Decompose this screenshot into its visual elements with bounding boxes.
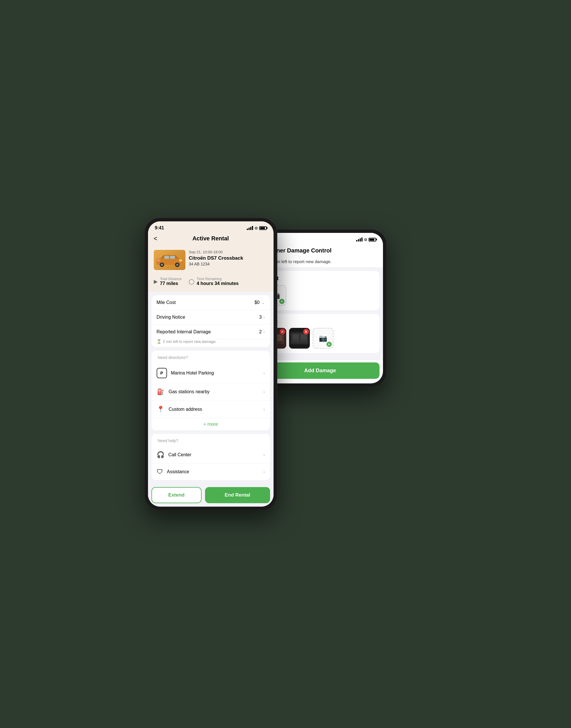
time-value: 4 hours 34 minutes (197, 281, 239, 286)
remove-photo-1-button[interactable]: × (279, 329, 286, 335)
right-signal-icon (356, 237, 362, 242)
time-label: Time Remaining (197, 277, 239, 281)
damage-page-title: Inner Damage Control (271, 247, 331, 254)
svg-rect-19 (293, 334, 299, 339)
gas-arrow-icon: › (263, 389, 265, 394)
page-title: Active Rental (192, 235, 229, 242)
parking-label: Marina Hotel Parking (171, 370, 259, 376)
headset-icon: 🎧 (157, 451, 164, 459)
chevron-right-icon: › (263, 315, 265, 320)
car-date: Sep 21, 10:00-18:00 (189, 250, 268, 254)
gas-direction[interactable]: ⛽ Gas stations nearby › (151, 383, 270, 401)
help-card: Need help? 🎧 Call Center › 🛡 Assistance … (151, 434, 270, 480)
assistance-arrow-icon: › (263, 470, 265, 474)
pin-icon: 📍 (157, 405, 165, 413)
battery-icon (259, 226, 267, 230)
extend-button[interactable]: Extend (151, 487, 202, 503)
directions-label: Need directions? (157, 354, 265, 362)
directions-card: Need directions? P Marina Hotel Parking … (151, 351, 270, 431)
chevron-down-icon: ⌄ (261, 300, 265, 305)
car-name: Citroën DS7 Crossback (189, 255, 268, 261)
wifi-icon: ⊙ (254, 226, 258, 230)
remove-photo-2-button[interactable]: × (303, 329, 309, 335)
clock-icon: ◯ (189, 278, 194, 285)
svg-rect-7 (179, 259, 182, 261)
distance-icon: ▶ (154, 278, 158, 285)
distance-label: Total Distance (160, 277, 182, 281)
custom-direction[interactable]: 📍 Custom address › (151, 401, 270, 418)
svg-point-4 (161, 264, 163, 266)
hourglass-icon: ⌛ (157, 339, 161, 344)
svg-rect-1 (164, 256, 169, 259)
distance-value: 77 miles (160, 281, 182, 286)
signal-icon (247, 226, 253, 230)
distance-stat: ▶ Total Distance 77 miles (154, 277, 182, 286)
back-add-photo[interactable]: 📷 + (313, 328, 333, 349)
back-photo-row: × × (265, 328, 375, 349)
more-link[interactable]: + more (151, 418, 270, 431)
right-wifi-icon: ⊙ (364, 237, 367, 242)
front-section: Front 📷 + (261, 271, 379, 310)
content-area: Mile Cost $0 ⌄ Driving Notice 3 › Report… (148, 292, 273, 484)
back-camera-icon: 📷 (319, 334, 327, 342)
damage-notice: ⌛ 2 min left to report new damage. (151, 339, 270, 347)
call-arrow-icon: › (263, 453, 265, 457)
back-button[interactable]: < (154, 235, 157, 242)
driving-notice-row[interactable]: Driving Notice 3 › (151, 310, 270, 325)
timer-notice-text: 2 min left to report new damage. (270, 259, 332, 264)
left-screen: 9:41 ⊙ < Active Rental (148, 221, 273, 507)
help-label: Need help? (157, 437, 265, 445)
end-rental-button[interactable]: End Rental (205, 487, 270, 503)
svg-rect-8 (157, 259, 159, 261)
reported-damage-label: Reported Internal Damage (157, 329, 211, 335)
car-plate: 34 AB 1234 (189, 262, 268, 266)
left-status-time: 9:41 (155, 225, 164, 231)
svg-rect-20 (301, 334, 307, 339)
car-svg (155, 253, 184, 267)
car-info: Sep 21, 10:00-18:00 Citroën DS7 Crossbac… (189, 250, 268, 266)
back-photo-2: × (289, 328, 310, 349)
back-add-plus-icon: + (327, 342, 332, 347)
call-center-row[interactable]: 🎧 Call Center › (151, 447, 270, 464)
left-phone: 9:41 ⊙ < Active Rental (144, 218, 277, 510)
parking-direction[interactable]: P Marina Hotel Parking › (151, 363, 270, 383)
call-center-label: Call Center (168, 452, 259, 457)
back-section: Back × (261, 314, 379, 353)
add-damage-button[interactable]: Add Damage (261, 362, 379, 379)
stats-row: ▶ Total Distance 77 miles ◯ Time Remaini… (148, 276, 273, 292)
damage-notice-text: 2 min left to report new damage. (163, 339, 217, 344)
svg-rect-14 (276, 336, 280, 340)
bottom-buttons: Extend End Rental (148, 484, 273, 507)
time-stat: ◯ Time Remaining 4 hours 34 minutes (189, 277, 239, 286)
svg-point-6 (176, 264, 178, 266)
right-status-icons: ⊙ (356, 237, 376, 242)
custom-label: Custom address (169, 407, 259, 412)
rental-header: < Active Rental (148, 233, 273, 246)
back-title: Back (265, 318, 375, 325)
left-status-bar: 9:41 ⊙ (148, 221, 273, 233)
parking-icon: P (157, 368, 167, 378)
parking-arrow-icon: › (263, 371, 265, 375)
chevron-right-icon-2: › (263, 330, 265, 334)
gas-icon: ⛽ (157, 388, 165, 396)
front-title: Front (265, 275, 375, 281)
assistance-row[interactable]: 🛡 Assistance › (151, 464, 270, 480)
svg-rect-2 (170, 256, 175, 259)
left-status-icons: ⊙ (247, 226, 267, 230)
mile-cost-value: $0 ⌄ (254, 300, 265, 305)
car-image (154, 250, 186, 270)
info-card: Mile Cost $0 ⌄ Driving Notice 3 › Report… (151, 295, 270, 347)
custom-arrow-icon: › (263, 407, 265, 412)
driving-notice-value: 3 › (259, 315, 265, 320)
reported-damage-value: 2 › (259, 329, 265, 335)
assistance-label: Assistance (167, 469, 259, 474)
gas-label: Gas stations nearby (169, 389, 259, 394)
right-battery-icon (368, 238, 376, 242)
front-photo-row: 📷 + (265, 285, 375, 306)
add-photo-plus-icon: + (279, 299, 284, 304)
mile-cost-row[interactable]: Mile Cost $0 ⌄ (151, 295, 270, 310)
mile-cost-label: Mile Cost (157, 300, 176, 305)
car-card: Sep 21, 10:00-18:00 Citroën DS7 Crossbac… (148, 246, 273, 276)
timer-notice: ⌛ 2 min left to report new damage. (262, 259, 378, 264)
reported-damage-row[interactable]: Reported Internal Damage 2 › (151, 325, 270, 339)
